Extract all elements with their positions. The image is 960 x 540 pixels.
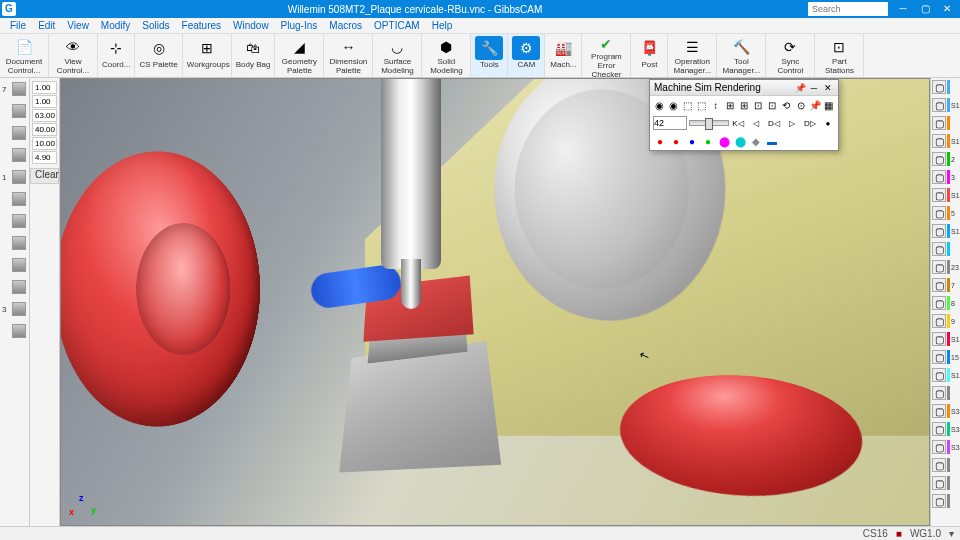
workgroups-icon[interactable]: ⊞ — [193, 36, 221, 60]
tool-item-4[interactable]: 1 — [0, 166, 29, 188]
op-item-15[interactable]: ▢15 — [931, 348, 960, 366]
op-item-9[interactable]: ▢ — [931, 240, 960, 258]
dim-value-4[interactable]: 10.00 — [32, 137, 57, 150]
part-stations-icon[interactable]: ⊡ — [825, 36, 853, 57]
surface-modeling-icon[interactable]: ◡ — [383, 36, 411, 57]
op-item-6[interactable]: ▢S1 — [931, 186, 960, 204]
sim-play-0[interactable]: K◁ — [731, 116, 745, 130]
post-icon[interactable]: 📮 — [635, 36, 663, 60]
op-item-10[interactable]: ▢23 — [931, 258, 960, 276]
dim-value-0[interactable]: 1.00 — [32, 81, 57, 94]
clear-button[interactable]: Clear — [30, 168, 59, 184]
sim-tool-0[interactable]: ◉ — [653, 98, 665, 112]
sim-play-2[interactable]: D◁ — [767, 116, 781, 130]
menu-plugins[interactable]: Plug-Ins — [275, 20, 324, 31]
menu-modify[interactable]: Modify — [95, 20, 136, 31]
tool-item-3[interactable] — [0, 144, 29, 166]
op-item-12[interactable]: ▢8 — [931, 294, 960, 312]
tool-item-0[interactable]: 7 — [0, 78, 29, 100]
sim-tool-7[interactable]: ⊡ — [752, 98, 764, 112]
op-item-18[interactable]: ▢S3 — [931, 402, 960, 420]
cam-icon[interactable]: ⚙ — [512, 36, 540, 60]
dim-value-5[interactable]: 4.90 — [32, 151, 57, 164]
tool-manager-icon[interactable]: 🔨 — [727, 36, 755, 57]
menu-window[interactable]: Window — [227, 20, 275, 31]
tool-item-5[interactable] — [0, 188, 29, 210]
menu-features[interactable]: Features — [176, 20, 227, 31]
panel-pin-icon[interactable]: 📌 — [794, 82, 806, 94]
tool-item-2[interactable] — [0, 122, 29, 144]
op-item-11[interactable]: ▢7 — [931, 276, 960, 294]
status-dropdown-icon[interactable]: ▾ — [949, 528, 954, 539]
menu-edit[interactable]: Edit — [32, 20, 61, 31]
sim-tool-5[interactable]: ⊞ — [724, 98, 736, 112]
tool-item-6[interactable] — [0, 210, 29, 232]
sim-tool-10[interactable]: ⊙ — [795, 98, 807, 112]
sim-speed-slider[interactable] — [689, 120, 729, 126]
menu-macros[interactable]: Macros — [323, 20, 368, 31]
sim-tool-3[interactable]: ⬚ — [695, 98, 707, 112]
menu-file[interactable]: File — [4, 20, 32, 31]
sim-tool-8[interactable]: ⊡ — [766, 98, 778, 112]
dim-value-1[interactable]: 1.00 — [32, 95, 57, 108]
body-bag-icon[interactable]: 🛍 — [239, 36, 267, 60]
op-item-7[interactable]: ▢5 — [931, 204, 960, 222]
op-item-22[interactable]: ▢ — [931, 474, 960, 492]
op-item-1[interactable]: ▢S1 — [931, 96, 960, 114]
slider-thumb[interactable] — [705, 118, 713, 130]
sim-tool-12[interactable]: ▦ — [823, 98, 835, 112]
op-item-5[interactable]: ▢3 — [931, 168, 960, 186]
close-button[interactable]: ✕ — [936, 0, 958, 18]
minimize-button[interactable]: ─ — [892, 0, 914, 18]
sim-color-0[interactable]: ● — [653, 134, 667, 148]
view-control-icon[interactable]: 👁 — [59, 36, 87, 57]
panel-close-button[interactable]: ✕ — [822, 82, 834, 94]
op-item-21[interactable]: ▢ — [931, 456, 960, 474]
sim-tool-9[interactable]: ⟲ — [780, 98, 792, 112]
op-item-20[interactable]: ▢S3 — [931, 438, 960, 456]
op-item-19[interactable]: ▢S3 — [931, 420, 960, 438]
sim-color-2[interactable]: ● — [685, 134, 699, 148]
machine-icon[interactable]: 🏭 — [549, 36, 577, 60]
solid-modeling-icon[interactable]: ⬢ — [432, 36, 460, 57]
sim-tool-2[interactable]: ⬚ — [681, 98, 693, 112]
sim-color-4[interactable]: ⬤ — [717, 134, 731, 148]
document-control-icon[interactable]: 📄 — [10, 36, 38, 57]
dim-value-2[interactable]: 63.00 — [32, 109, 57, 122]
tool-item-1[interactable] — [0, 100, 29, 122]
op-item-13[interactable]: ▢9 — [931, 312, 960, 330]
maximize-button[interactable]: ▢ — [914, 0, 936, 18]
geometry-palette-icon[interactable]: ◢ — [285, 36, 313, 57]
op-item-2[interactable]: ▢ — [931, 114, 960, 132]
sim-color-3[interactable]: ● — [701, 134, 715, 148]
op-item-0[interactable]: ▢ — [931, 78, 960, 96]
sim-play-5[interactable]: ● — [821, 116, 835, 130]
tool-item-9[interactable] — [0, 276, 29, 298]
sim-play-3[interactable]: ▷ — [785, 116, 799, 130]
tool-item-11[interactable] — [0, 320, 29, 342]
op-item-4[interactable]: ▢2 — [931, 150, 960, 168]
sim-play-1[interactable]: ◁ — [749, 116, 763, 130]
sim-color-6[interactable]: ◆ — [749, 134, 763, 148]
sim-tool-4[interactable]: ↕ — [710, 98, 722, 112]
tool-item-10[interactable]: 3 — [0, 298, 29, 320]
coord-icon[interactable]: ⊹ — [102, 36, 130, 60]
sim-play-4[interactable]: D▷ — [803, 116, 817, 130]
op-item-17[interactable]: ▢ — [931, 384, 960, 402]
op-item-3[interactable]: ▢S1 — [931, 132, 960, 150]
sim-tool-6[interactable]: ⊞ — [738, 98, 750, 112]
sim-color-5[interactable]: ⬤ — [733, 134, 747, 148]
3d-viewport[interactable]: ⊡◫ ⊞▦ 👁🔍 ⟲⊹ ◐⬚ ✂◉ ↖ z y x Machine Sim Re… — [60, 78, 930, 526]
menu-solids[interactable]: Solids — [136, 20, 175, 31]
tool-item-8[interactable] — [0, 254, 29, 276]
panel-min-button[interactable]: ─ — [808, 82, 820, 94]
menu-help[interactable]: Help — [426, 20, 459, 31]
search-input[interactable] — [808, 2, 888, 16]
op-item-14[interactable]: ▢S1 — [931, 330, 960, 348]
cs-palette-icon[interactable]: ◎ — [145, 36, 173, 60]
op-item-23[interactable]: ▢ — [931, 492, 960, 510]
dimension-palette-icon[interactable]: ↔ — [334, 36, 362, 57]
sim-tool-1[interactable]: ◉ — [667, 98, 679, 112]
op-manager-icon[interactable]: ☰ — [678, 36, 706, 57]
dim-value-3[interactable]: 40.00 — [32, 123, 57, 136]
